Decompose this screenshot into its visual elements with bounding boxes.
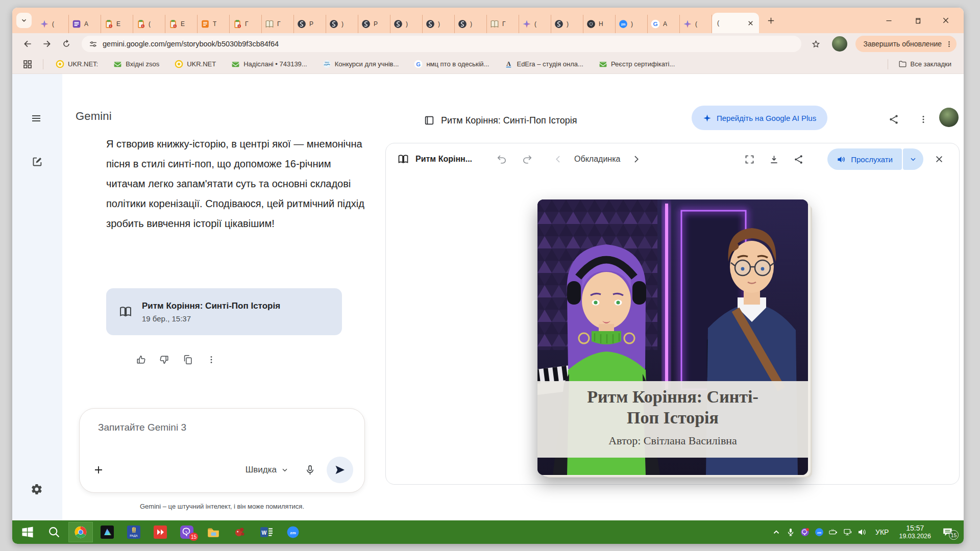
thumbs-down-button[interactable] [158, 354, 170, 366]
all-bookmarks-button[interactable]: Все закладки [893, 57, 957, 71]
bookmark-item[interactable]: UKR.NET: [51, 57, 103, 71]
browser-tab[interactable]: ) [390, 15, 423, 33]
more-vertical-icon[interactable] [945, 40, 953, 48]
close-panel-button[interactable] [930, 151, 948, 168]
tray-viber-mini-button[interactable] [798, 524, 812, 540]
browser-tab[interactable]: А [69, 15, 101, 33]
add-attachment-button[interactable] [91, 462, 106, 478]
browser-tab[interactable]: ) [423, 15, 455, 33]
taskbar-search-button[interactable] [42, 522, 66, 542]
listen-options-button[interactable] [903, 148, 923, 170]
copy-button[interactable] [182, 354, 194, 366]
browser-tab[interactable]: zm) [616, 15, 648, 33]
address-bar[interactable]: gemini.google.com/gem/storybook/b5030b9f… [82, 36, 801, 52]
listen-button[interactable]: Прослухати [827, 148, 902, 170]
active-tab[interactable]: ( [712, 13, 759, 33]
browser-tab[interactable]: GА [648, 15, 680, 33]
thumbs-up-button[interactable] [135, 354, 147, 366]
notification-center-button[interactable]: 15 [937, 523, 959, 541]
browser-tab[interactable]: Н [583, 15, 616, 33]
main-menu-button[interactable] [29, 111, 44, 126]
close-icon[interactable] [747, 20, 754, 27]
browser-tab[interactable]: ( [519, 15, 551, 33]
new-chat-button[interactable] [30, 155, 44, 169]
message-more-button[interactable] [205, 354, 217, 366]
back-button[interactable] [19, 36, 36, 52]
browser-tab[interactable]: ( [37, 15, 69, 33]
taskbar-explorer-button[interactable] [201, 522, 226, 542]
tray-mic-tray-button[interactable] [783, 524, 798, 540]
bookmark-item[interactable]: UKR.NET [169, 57, 221, 71]
mic-button[interactable] [302, 462, 317, 478]
language-indicator[interactable]: УКР [871, 528, 893, 536]
browser-tab[interactable]: 1Е [165, 15, 198, 33]
taskbar-zoomapp-button[interactable]: zm [281, 522, 305, 542]
chat-more-button[interactable] [916, 112, 931, 127]
taskbar-word-button[interactable]: W [254, 522, 279, 542]
browser-tab[interactable]: 1Е [101, 15, 133, 33]
account-avatar[interactable] [939, 108, 959, 127]
browser-tab[interactable]: 1Г [230, 15, 262, 33]
update-chrome-button[interactable]: Завершить обновление [855, 36, 957, 52]
share-chat-button[interactable] [886, 112, 901, 127]
browser-tab[interactable]: Р [358, 15, 390, 33]
bookmark-star-button[interactable] [808, 36, 824, 52]
bookmark-item[interactable]: Надіслані • 743139... [226, 57, 312, 71]
sphere-icon [458, 19, 467, 29]
taskbar-photos-button[interactable] [95, 522, 119, 542]
maximize-button[interactable] [911, 14, 924, 27]
bookmark-item[interactable]: Вхідні zsos [108, 57, 164, 71]
apps-grid-button[interactable] [19, 56, 36, 72]
cover-title-line2: Поп Історія [537, 407, 808, 428]
tab-search-button[interactable] [16, 13, 32, 28]
prompt-input[interactable]: Запитайте Gemini 3 [98, 422, 186, 433]
new-tab-button[interactable] [763, 13, 778, 28]
tray-network-button[interactable] [841, 524, 855, 540]
close-window-button[interactable] [939, 14, 952, 27]
taskbar-rada-button[interactable]: РАДА [121, 522, 146, 542]
all-bookmarks-label: Все закладки [911, 60, 951, 68]
browser-profile-avatar[interactable] [832, 36, 847, 52]
bookmark-item[interactable]: імзоКонкурси для учнів... [317, 57, 404, 71]
browser-tab[interactable]: Г [262, 15, 294, 33]
taskbar-clock[interactable]: 15:57 19.03.2026 [895, 524, 935, 540]
undo-button[interactable] [494, 151, 511, 168]
prompt-composer[interactable]: Запитайте Gemini 3 Швидка [79, 408, 365, 493]
browser-tab[interactable]: ) [326, 15, 358, 33]
browser-tab[interactable]: Т [198, 15, 230, 33]
taskbar-paint-button[interactable] [228, 522, 252, 542]
share-storybook-button[interactable] [790, 151, 807, 168]
upgrade-button[interactable]: Перейдіть на Google AI Plus [692, 106, 827, 130]
taskbar-viber-button[interactable]: 15 [175, 522, 199, 542]
previous-page-button[interactable] [550, 151, 567, 168]
cover-title-band: Ритм Коріння: Синті- Поп Історія Автор: … [537, 381, 808, 458]
bookmark-item[interactable]: Реєстр сертифікаті... [594, 57, 680, 71]
browser-tab[interactable]: ( [680, 15, 712, 33]
site-info-icon[interactable] [89, 40, 97, 48]
tray-chevron-up-button[interactable] [769, 524, 783, 540]
browser-tab[interactable]: ) [455, 15, 487, 33]
taskbar-chrome-button[interactable] [68, 522, 93, 542]
fullscreen-button[interactable] [741, 151, 758, 168]
browser-tab[interactable]: ) [551, 15, 583, 33]
browser-tab[interactable]: Р [294, 15, 326, 33]
model-selector[interactable]: Швидка [246, 465, 289, 475]
settings-button[interactable] [30, 482, 44, 496]
taskbar-arrows-button[interactable] [148, 522, 173, 542]
reload-button[interactable] [58, 36, 75, 52]
storybook-attachment-card[interactable]: Ритм Коріння: Синті-Поп Історія 19 бер.,… [106, 288, 342, 335]
redo-button[interactable] [518, 151, 535, 168]
bookmark-item[interactable]: AEdEra – студія онла... [499, 57, 588, 71]
forward-button[interactable] [39, 36, 55, 52]
browser-tab[interactable]: 1( [133, 15, 165, 33]
download-button[interactable] [765, 151, 782, 168]
browser-tab[interactable]: Г [487, 15, 519, 33]
taskbar-start-button[interactable] [15, 522, 40, 542]
tray-volume-button[interactable] [855, 524, 869, 540]
bookmark-item[interactable]: Gнмц пто в одеській... [409, 57, 494, 71]
tray-zoom-mini-button[interactable]: zm [812, 524, 826, 540]
next-page-button[interactable] [627, 151, 645, 168]
send-button[interactable] [327, 457, 353, 483]
tray-battery-button[interactable] [826, 524, 841, 540]
minimize-button[interactable] [882, 14, 895, 27]
